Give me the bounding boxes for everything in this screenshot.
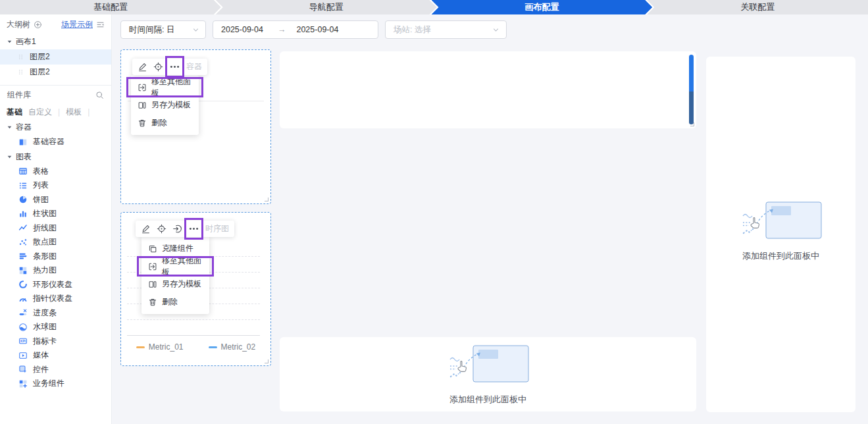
locate-icon[interactable] — [157, 224, 166, 234]
liquid-icon — [18, 323, 28, 332]
tab-template[interactable]: 模板 — [66, 107, 82, 118]
step-relation-config[interactable]: 关联配置 — [647, 0, 868, 14]
library-group-chart[interactable]: 图表 — [0, 149, 111, 165]
menu-item-label: 另存为模板 — [162, 278, 201, 290]
scrollbar-thumb[interactable] — [689, 55, 694, 92]
library-item-bar[interactable]: 柱状图 — [0, 207, 111, 221]
legend-item-metric_01[interactable]: Metric_01 — [136, 342, 184, 352]
library-item-label: 表格 — [33, 166, 49, 177]
layer-label: 图层2 — [30, 51, 50, 63]
library-item-scatter[interactable]: 散点图 — [0, 235, 111, 250]
library-item-table[interactable]: 表格 — [0, 165, 111, 179]
resize-handle[interactable] — [265, 198, 268, 201]
progress-icon — [18, 308, 28, 317]
legend-item-metric_02[interactable]: Metric_02 — [209, 342, 256, 352]
menu-item-move-panel[interactable]: 移至其他面板 — [131, 78, 199, 96]
step-bar: 基础配置 导航配置 画布配置 关联配置 — [0, 0, 868, 14]
edit-icon[interactable] — [141, 224, 151, 234]
library-item-label: 折线图 — [33, 223, 57, 234]
library-item-progress[interactable]: 进度条 — [0, 306, 111, 321]
library-item-label: 饼图 — [33, 194, 49, 205]
drag-handle-icon[interactable] — [17, 68, 24, 76]
panel-container-component[interactable]: 容器 移至其他面板另存为模板删除 — [120, 49, 271, 204]
resize-handle[interactable] — [690, 122, 694, 126]
library-item-hbar[interactable]: 条形图 — [0, 250, 111, 264]
library-item-list[interactable]: 列表 — [0, 178, 111, 193]
outline-header: 大纲树 场景示例 — [0, 14, 111, 34]
library-item-label: 散点图 — [33, 236, 57, 248]
outline-layer-item[interactable]: 图层2 — [0, 65, 111, 80]
library-item-business[interactable]: 业务组件 — [0, 377, 111, 391]
edit-icon[interactable] — [138, 62, 147, 72]
step-nav-config[interactable]: 导航配置 — [216, 0, 437, 14]
empty-state-text: 添加组件到此面板中 — [449, 394, 526, 406]
search-icon[interactable] — [95, 91, 104, 99]
legend-series-name: Metric_01 — [149, 342, 184, 352]
outline-layer-item[interactable]: 图层2 — [0, 49, 111, 65]
menu-item-save-template[interactable]: 另存为模板 — [131, 96, 199, 114]
empty-state-text: 添加组件到此面板中 — [742, 250, 819, 262]
step-label: 关联配置 — [740, 2, 775, 12]
component-toolbar: 容器 — [132, 59, 207, 75]
caret-down-icon — [7, 154, 13, 160]
library-item-ring-gauge[interactable]: 环形仪表盘 — [0, 278, 111, 292]
library-tabs: 基础自定义|模板| — [0, 104, 111, 120]
library-item-line[interactable]: 折线图 — [0, 221, 111, 236]
library-item-kpi[interactable]: KPI指标卡 — [0, 334, 111, 349]
drag-handle-icon[interactable] — [17, 53, 24, 61]
pointer-gauge-icon — [18, 294, 28, 304]
more-icon[interactable] — [169, 61, 180, 72]
library-item-pie[interactable]: 饼图 — [0, 193, 111, 207]
component-type-label: 容器 — [186, 61, 202, 72]
library-item-label: 业务组件 — [33, 378, 64, 389]
panel-bottom-empty[interactable]: 添加组件到此面板中 — [280, 337, 696, 411]
component-type-label: 时序图 — [205, 223, 229, 234]
library-item-container-basic[interactable]: 基础容器 — [0, 135, 111, 149]
scene-example-link[interactable]: 场景示例 — [61, 19, 93, 30]
scrollbar-track[interactable] — [689, 92, 694, 124]
menu-item-save-template[interactable]: 另存为模板 — [141, 275, 209, 293]
menu-item-label: 移至其他面板 — [151, 76, 192, 99]
legend-series-name: Metric_02 — [221, 342, 256, 352]
step-basic-config[interactable]: 基础配置 — [0, 0, 221, 14]
library-item-heatmap[interactable]: 热力图 — [0, 263, 111, 278]
panel-timeseries-component[interactable]: Metric_01Metric_02 时序图 克隆组件移至其他面板另存为模板删除 — [120, 212, 271, 366]
library-item-label: 进度条 — [33, 307, 57, 319]
library-item-label: 环形仪表盘 — [33, 279, 72, 290]
step-label: 导航配置 — [309, 2, 344, 12]
interval-select[interactable]: 时间间隔: 日 — [120, 20, 206, 39]
panel-right-empty[interactable]: 添加组件到此面板中 — [706, 57, 855, 412]
group-label: 容器 — [16, 122, 32, 133]
date-range-picker[interactable]: 2025-09-04 → 2025-09-04 — [213, 20, 378, 39]
scrollbar[interactable] — [689, 55, 694, 124]
library-item-pointer-gauge[interactable]: 指针仪表盘 — [0, 292, 111, 306]
control-icon — [18, 365, 28, 374]
panel-top[interactable] — [280, 51, 696, 128]
drill-enter-icon[interactable] — [172, 224, 182, 234]
ring-gauge-icon — [18, 280, 28, 289]
add-component-illustration — [738, 200, 824, 244]
library-item-control[interactable]: 控件 — [0, 363, 111, 377]
menu-item-delete[interactable]: 删除 — [141, 293, 209, 311]
menu-item-label: 移至其他面板 — [162, 255, 203, 278]
date-arrow-icon: → — [278, 25, 286, 34]
add-canvas-icon[interactable] — [34, 20, 42, 29]
library-group-container[interactable]: 容器 — [0, 120, 111, 135]
menu-item-delete[interactable]: 删除 — [131, 114, 199, 132]
resize-handle[interactable] — [265, 359, 268, 363]
more-icon[interactable] — [188, 223, 199, 234]
library-item-label: 柱状图 — [33, 208, 57, 219]
locate-icon[interactable] — [153, 62, 163, 72]
library-item-liquid[interactable]: 水球图 — [0, 320, 111, 334]
step-canvas-config[interactable]: 画布配置 — [432, 0, 653, 14]
library-item-media[interactable]: 媒体 — [0, 348, 111, 363]
outline-root-canvas[interactable]: 画布1 — [0, 34, 111, 49]
menu-item-move-panel[interactable]: 移至其他面板 — [141, 257, 209, 275]
library-title: 组件库 — [7, 90, 31, 101]
chart-legend: Metric_01Metric_02 — [121, 342, 270, 352]
menu-item-label: 克隆组件 — [162, 243, 193, 254]
tab-custom[interactable]: 自定义 — [28, 107, 52, 118]
collapse-panel-icon[interactable] — [96, 20, 105, 29]
tab-basic[interactable]: 基础 — [7, 107, 22, 118]
station-select[interactable]: 场站: 选择 — [385, 20, 507, 39]
